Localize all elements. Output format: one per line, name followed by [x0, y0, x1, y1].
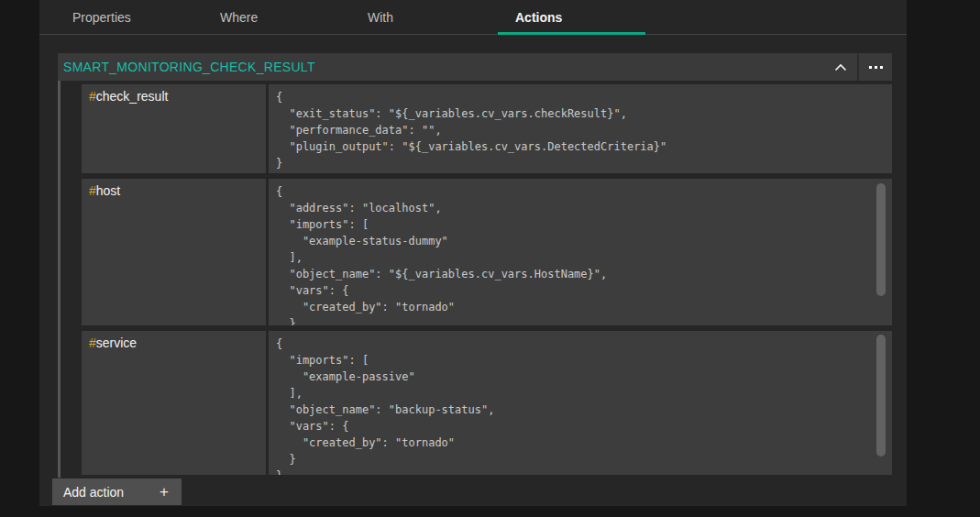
hash-prefix: #	[89, 183, 96, 198]
tab-with[interactable]: With	[350, 0, 498, 34]
plus-icon: +	[160, 484, 169, 500]
scrollbar-thumb[interactable]	[876, 335, 886, 456]
tab-with-label: With	[368, 10, 393, 25]
payload-value-service[interactable]: { "imports": [ "example-passive" ], "obj…	[269, 331, 892, 475]
action-title: SMART_MONITORING_CHECK_RESULT	[58, 60, 824, 74]
payload-key-service: #service	[82, 331, 266, 475]
action-row-service: #service { "imports": [ "example-passive…	[82, 331, 892, 475]
payload-value-host[interactable]: { "address": "localhost", "imports": [ "…	[269, 179, 892, 325]
actions-editor-panel: Properties Where With Actions SMART_MONI…	[39, 0, 907, 506]
action-row-host: #host { "address": "localhost", "imports…	[82, 179, 892, 325]
add-action-button[interactable]: Add action +	[52, 478, 182, 505]
tab-where[interactable]: Where	[203, 0, 350, 34]
payload-key-check-result: #check_result	[82, 84, 266, 173]
overflow-menu-button[interactable]	[859, 53, 892, 81]
tab-properties[interactable]: Properties	[55, 0, 203, 34]
add-action-label: Add action	[63, 485, 124, 500]
tab-properties-label: Properties	[72, 10, 131, 25]
tab-actions-label: Actions	[515, 10, 562, 25]
payload-key-label: host	[96, 183, 120, 198]
json-code-service[interactable]: { "imports": [ "example-passive" ], "obj…	[269, 331, 892, 475]
overflow-menu-icon	[869, 66, 883, 69]
scrollbar-thumb[interactable]	[876, 183, 886, 296]
payload-value-check-result[interactable]: { "exit_status": "${_variables.cv_vars.c…	[269, 84, 892, 173]
payload-key-host: #host	[82, 179, 266, 325]
tab-where-label: Where	[220, 10, 258, 25]
tab-actions[interactable]: Actions	[498, 0, 645, 34]
payload-key-label: service	[96, 336, 137, 350]
collapse-button[interactable]	[824, 53, 857, 81]
hash-prefix: #	[89, 336, 96, 350]
json-code-host[interactable]: { "address": "localhost", "imports": [ "…	[269, 179, 892, 325]
hash-prefix: #	[89, 89, 96, 104]
action-row-check-result: #check_result { "exit_status": "${_varia…	[82, 84, 892, 173]
chevron-up-icon	[834, 59, 847, 75]
action-accordion-header[interactable]: SMART_MONITORING_CHECK_RESULT	[58, 53, 892, 81]
tab-bar: Properties Where With Actions	[39, 0, 907, 35]
payload-key-label: check_result	[96, 89, 169, 104]
json-code-check-result[interactable]: { "exit_status": "${_variables.cv_vars.c…	[269, 84, 892, 173]
accordion-indent-line	[58, 81, 61, 478]
